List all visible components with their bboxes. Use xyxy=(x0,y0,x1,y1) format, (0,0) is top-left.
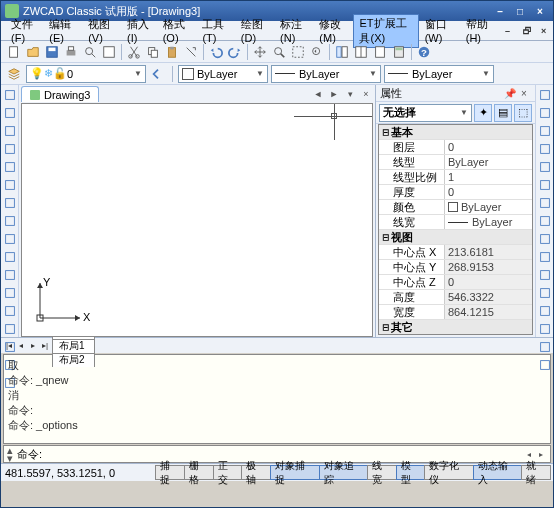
copy-icon[interactable] xyxy=(536,105,554,121)
tool-palette-icon[interactable] xyxy=(371,43,389,61)
close-button[interactable]: × xyxy=(531,4,549,18)
mtab-prev-icon[interactable]: ◂ xyxy=(15,341,27,350)
menu-item[interactable]: 绘图(D) xyxy=(235,15,274,46)
block-icon[interactable] xyxy=(2,285,18,301)
offset-icon[interactable] xyxy=(536,141,554,157)
panel-pin-icon[interactable]: 📌 xyxy=(503,88,517,99)
status-toggle[interactable]: 对象追踪 xyxy=(319,465,368,480)
properties-grid[interactable]: ⊟基本图层0线型ByLayer线型比例1厚度0颜色ByLayer线宽ByLaye… xyxy=(378,124,533,335)
pan-icon[interactable] xyxy=(251,43,269,61)
calc-icon[interactable] xyxy=(390,43,408,61)
prop-row[interactable]: 中心点 Y268.9153 xyxy=(379,260,532,275)
status-toggle[interactable]: 捕捉 xyxy=(155,465,185,480)
open-icon[interactable] xyxy=(24,43,42,61)
help-icon[interactable]: ? xyxy=(415,43,433,61)
explode-icon[interactable] xyxy=(536,357,554,373)
prop-row[interactable]: 图层0 xyxy=(379,140,532,155)
linetype-combo[interactable]: ByLayer ▼ xyxy=(271,65,381,83)
prop-row[interactable]: 厚度0 xyxy=(379,185,532,200)
toggle-pai-icon[interactable]: ✦ xyxy=(474,104,492,122)
menu-item[interactable]: 格式(O) xyxy=(157,15,197,46)
circle-icon[interactable] xyxy=(2,195,18,211)
scale-icon[interactable] xyxy=(536,213,554,229)
status-toggle[interactable]: 模型 xyxy=(396,465,426,480)
status-toggle[interactable]: 线宽 xyxy=(367,465,397,480)
plot-icon[interactable] xyxy=(100,43,118,61)
tab-prev-icon[interactable]: ◄ xyxy=(311,89,325,99)
prop-row[interactable]: 线型ByLayer xyxy=(379,155,532,170)
spline-icon[interactable] xyxy=(2,213,18,229)
trim-icon[interactable] xyxy=(536,249,554,265)
mirror-icon[interactable] xyxy=(536,123,554,139)
layout-tab[interactable]: 布局2 xyxy=(52,353,95,367)
line-icon[interactable] xyxy=(2,87,18,103)
cline-icon[interactable] xyxy=(2,105,18,121)
cmd-scroll-right-icon[interactable]: ▸ xyxy=(535,450,547,459)
tab-menu-icon[interactable]: ▾ xyxy=(343,89,357,99)
cmd-hist-down-icon[interactable]: ▾ xyxy=(7,454,13,462)
undo-icon[interactable] xyxy=(207,43,225,61)
layer-manager-icon[interactable] xyxy=(5,65,23,83)
menu-item[interactable]: 窗口(W) xyxy=(419,15,460,46)
menu-item[interactable]: 文件(F) xyxy=(5,15,43,46)
layout-tab[interactable]: 布局1 xyxy=(52,339,95,353)
quick-select-icon[interactable]: ▤ xyxy=(494,104,512,122)
menu-item[interactable]: 修改(M) xyxy=(313,15,353,46)
print-icon[interactable] xyxy=(62,43,80,61)
stretch-icon[interactable] xyxy=(536,231,554,247)
properties-icon[interactable] xyxy=(333,43,351,61)
hatch-icon[interactable] xyxy=(2,303,18,319)
prop-row[interactable]: 颜色ByLayer xyxy=(379,200,532,215)
tab-next-icon[interactable]: ► xyxy=(327,89,341,99)
status-toggle[interactable]: 数字化仪 xyxy=(424,465,473,480)
region-icon[interactable] xyxy=(2,321,18,337)
prop-row[interactable]: 宽度864.1215 xyxy=(379,305,532,320)
break-icon[interactable] xyxy=(536,285,554,301)
cut-icon[interactable] xyxy=(125,43,143,61)
menu-item[interactable]: 视图(V) xyxy=(82,15,121,46)
fillet-icon[interactable] xyxy=(536,339,554,355)
select-objects-icon[interactable]: ⬚ xyxy=(514,104,532,122)
mdi-close[interactable]: × xyxy=(535,24,549,38)
prop-row[interactable]: 高度546.3322 xyxy=(379,290,532,305)
document-tab[interactable]: Drawing3 xyxy=(21,86,99,102)
command-history[interactable]: 取命令: _qnew消命令:命令: _options xyxy=(3,354,551,444)
redo-icon[interactable] xyxy=(226,43,244,61)
prop-row[interactable]: 中心点 X213.6181 xyxy=(379,245,532,260)
cmd-scroll-left-icon[interactable]: ◂ xyxy=(523,450,535,459)
earc-icon[interactable] xyxy=(2,249,18,265)
point-icon[interactable] xyxy=(2,267,18,283)
layer-prev-icon[interactable] xyxy=(149,65,167,83)
erase-icon[interactable] xyxy=(536,87,554,103)
mtab-last-icon[interactable]: ▸| xyxy=(39,341,51,350)
zoom-prev-icon[interactable] xyxy=(308,43,326,61)
zoom-realtime-icon[interactable] xyxy=(270,43,288,61)
zoom-window-icon[interactable] xyxy=(289,43,307,61)
ellipse-icon[interactable] xyxy=(2,231,18,247)
match-icon[interactable] xyxy=(182,43,200,61)
save-icon[interactable] xyxy=(43,43,61,61)
drawing-canvas[interactable]: X Y xyxy=(21,103,373,337)
lineweight-combo[interactable]: ByLayer ▼ xyxy=(384,65,494,83)
mtab-first-icon[interactable]: |◂ xyxy=(3,341,15,350)
prop-row[interactable]: 中心点 Z0 xyxy=(379,275,532,290)
prop-category[interactable]: ⊟基本 xyxy=(379,125,532,140)
status-toggle[interactable]: 对象捕捉 xyxy=(270,465,319,480)
menu-item[interactable]: 帮助(H) xyxy=(460,15,499,46)
rotate-icon[interactable] xyxy=(536,195,554,211)
status-toggle[interactable]: 动态输入 xyxy=(473,465,522,480)
menu-item[interactable]: 编辑(E) xyxy=(43,15,82,46)
menu-item[interactable]: 工具(T) xyxy=(196,15,234,46)
poly-icon[interactable] xyxy=(2,141,18,157)
panel-close-icon[interactable]: × xyxy=(517,88,531,99)
mtab-next-icon[interactable]: ▸ xyxy=(27,341,39,350)
copy-icon[interactable] xyxy=(144,43,162,61)
chamfer-icon[interactable] xyxy=(536,321,554,337)
extend-icon[interactable] xyxy=(536,267,554,283)
mdi-minimize[interactable]: – xyxy=(499,24,513,38)
status-toggle[interactable]: 正交 xyxy=(213,465,243,480)
pline-icon[interactable] xyxy=(2,123,18,139)
mdi-restore[interactable]: 🗗 xyxy=(517,24,531,38)
preview-icon[interactable] xyxy=(81,43,99,61)
selection-combo[interactable]: 无选择 ▼ xyxy=(379,104,472,122)
